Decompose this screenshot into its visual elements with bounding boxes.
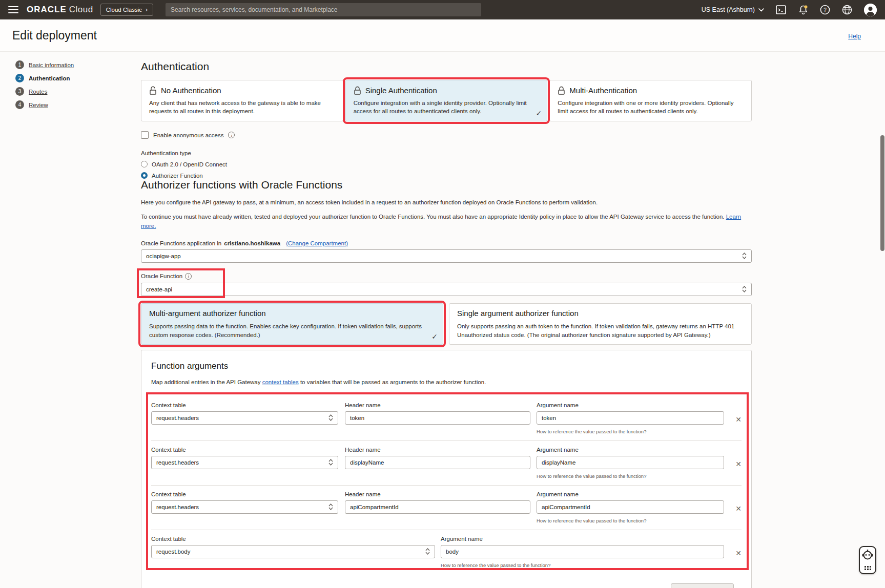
cloud-classic-label: Cloud Classic bbox=[106, 7, 142, 13]
step-label[interactable]: Review bbox=[29, 102, 48, 108]
card-multi-authentication[interactable]: Multi-Authentication Configure integrati… bbox=[549, 80, 752, 121]
help-link[interactable]: Help bbox=[848, 33, 861, 40]
remove-argument-icon[interactable]: ✕ bbox=[735, 550, 742, 557]
info-icon[interactable]: i bbox=[185, 273, 192, 280]
select-stepper-icon bbox=[328, 414, 333, 421]
card-single-authentication[interactable]: Single Authentication Configure integrat… bbox=[345, 80, 548, 121]
context-table-label: Context table bbox=[151, 491, 338, 497]
page-header: Edit deployment Help bbox=[0, 19, 885, 52]
card-title: Single Authentication bbox=[365, 86, 437, 95]
auth-method-cards: No Authentication Any client that has ne… bbox=[141, 80, 752, 121]
remove-argument-icon[interactable]: ✕ bbox=[735, 416, 742, 423]
main-content: Authentication No Authentication Any cli… bbox=[141, 52, 752, 588]
card-title: Single argument authorizer function bbox=[457, 309, 744, 318]
cloud-shell-icon[interactable] bbox=[776, 5, 786, 15]
functions-application-select[interactable]: ociapigw-app bbox=[141, 249, 752, 263]
language-globe-icon[interactable] bbox=[842, 5, 852, 15]
card-no-authentication[interactable]: No Authentication Any client that has ne… bbox=[141, 80, 343, 121]
radio-label: Authorizer Function bbox=[152, 173, 203, 179]
help-icon[interactable]: ? bbox=[820, 5, 830, 15]
argument-name-input[interactable] bbox=[537, 456, 724, 469]
change-compartment-link[interactable]: (Change Compartment) bbox=[286, 240, 348, 246]
function-arguments-panel: Function arguments Map additional entrie… bbox=[141, 350, 752, 588]
card-description: Supports passing data to the function. E… bbox=[149, 322, 435, 339]
menu-icon[interactable] bbox=[8, 6, 18, 13]
argument-name-label: Argument name bbox=[537, 491, 724, 497]
enable-anonymous-access-checkbox[interactable] bbox=[141, 131, 149, 139]
oracle-cloud-logo[interactable]: ORACLE Cloud bbox=[27, 5, 93, 15]
lock-icon bbox=[354, 86, 361, 95]
select-stepper-icon bbox=[425, 548, 430, 555]
header-name-input[interactable] bbox=[345, 411, 530, 425]
authorizer-mode-cards: Multi-argument authorizer function Suppo… bbox=[141, 303, 752, 345]
card-description: Configure integration with a single iden… bbox=[354, 99, 540, 115]
radio-oauth-openid[interactable]: OAuth 2.0 / OpenID Connect bbox=[141, 161, 752, 167]
oracle-function-label: Oracle Function i bbox=[141, 273, 752, 280]
step-label[interactable]: Routes bbox=[29, 89, 47, 95]
select-value: request.headers bbox=[156, 504, 328, 510]
context-table-select[interactable]: request.headers bbox=[151, 456, 338, 469]
select-stepper-icon bbox=[742, 253, 747, 259]
radio-icon[interactable] bbox=[141, 161, 148, 167]
page-title: Edit deployment bbox=[12, 29, 97, 43]
oracle-function-select[interactable]: create-api bbox=[141, 283, 752, 296]
remove-argument-icon[interactable]: ✕ bbox=[735, 505, 742, 512]
robot-icon bbox=[862, 550, 873, 562]
context-table-label: Context table bbox=[151, 402, 338, 408]
step-review[interactable]: 4 Review bbox=[15, 100, 74, 109]
step-routes[interactable]: 3 Routes bbox=[15, 87, 74, 96]
context-tables-link[interactable]: context tables bbox=[262, 379, 299, 385]
radio-selected-icon[interactable] bbox=[141, 172, 148, 179]
authorizer-description-2: To continue you must have already writte… bbox=[141, 213, 752, 230]
step-number: 1 bbox=[15, 60, 24, 69]
chevron-down-icon bbox=[758, 8, 764, 12]
argument-row: Context table request.body Argument name… bbox=[151, 530, 742, 574]
authentication-section-title: Authentication bbox=[141, 60, 752, 73]
authorizer-section-title: Authorizer functions with Oracle Functio… bbox=[141, 179, 752, 191]
argument-name-input[interactable] bbox=[441, 545, 724, 558]
step-label[interactable]: Basic information bbox=[29, 62, 74, 68]
context-table-select[interactable]: request.headers bbox=[151, 500, 338, 514]
select-value: request.headers bbox=[156, 415, 328, 421]
argument-name-input[interactable] bbox=[537, 411, 724, 425]
card-multi-argument-authorizer[interactable]: Multi-argument authorizer function Suppo… bbox=[141, 303, 443, 345]
header-name-label: Header name bbox=[345, 447, 530, 453]
header-name-input[interactable] bbox=[345, 500, 530, 514]
argument-name-input[interactable] bbox=[537, 500, 724, 514]
header-name-label: Header name bbox=[345, 491, 530, 497]
argument-helper-text: How to reference the value passed to the… bbox=[537, 429, 724, 434]
step-authentication[interactable]: 2 Authentication bbox=[15, 74, 74, 82]
card-title: Multi-argument authorizer function bbox=[149, 309, 435, 318]
step-number: 2 bbox=[15, 74, 24, 82]
another-argument-button[interactable]: +Another Argument bbox=[671, 583, 734, 588]
context-table-select[interactable]: request.body bbox=[151, 545, 435, 558]
lock-open-icon bbox=[149, 86, 157, 95]
card-single-argument-authorizer[interactable]: Single argument authorizer function Only… bbox=[449, 303, 752, 345]
radio-authorizer-function[interactable]: Authorizer Function bbox=[141, 172, 752, 179]
info-icon[interactable]: i bbox=[228, 132, 235, 138]
notifications-bell-icon[interactable] bbox=[798, 5, 808, 15]
region-label: US East (Ashburn) bbox=[702, 6, 755, 13]
remove-argument-icon[interactable]: ✕ bbox=[735, 460, 742, 468]
argument-row: Context table request.headers Header nam… bbox=[151, 485, 742, 530]
vertical-scrollbar[interactable] bbox=[880, 135, 884, 251]
brand-cloud: Cloud bbox=[69, 5, 93, 15]
assistant-launcher-button[interactable] bbox=[859, 546, 876, 574]
header-name-label: Header name bbox=[345, 402, 530, 408]
function-arguments-description: Map additional entries in the API Gatewa… bbox=[151, 378, 742, 387]
argument-helper-text: How to reference the value passed to the… bbox=[441, 562, 724, 568]
context-table-select[interactable]: request.headers bbox=[151, 411, 338, 425]
step-basic-information[interactable]: 1 Basic information bbox=[15, 60, 74, 69]
argument-name-label: Argument name bbox=[537, 402, 724, 408]
step-number: 3 bbox=[15, 87, 24, 96]
header-name-input[interactable] bbox=[345, 456, 530, 469]
region-selector[interactable]: US East (Ashburn) bbox=[702, 6, 764, 13]
argument-name-label: Argument name bbox=[441, 536, 724, 542]
user-avatar[interactable] bbox=[864, 4, 877, 16]
argument-row: Context table request.headers Header nam… bbox=[151, 440, 742, 485]
search-input[interactable] bbox=[166, 3, 481, 16]
select-stepper-icon bbox=[328, 459, 333, 466]
brand-oracle: ORACLE bbox=[27, 5, 67, 15]
cloud-classic-button[interactable]: Cloud Classic › bbox=[100, 4, 153, 16]
select-value: request.headers bbox=[156, 459, 328, 466]
